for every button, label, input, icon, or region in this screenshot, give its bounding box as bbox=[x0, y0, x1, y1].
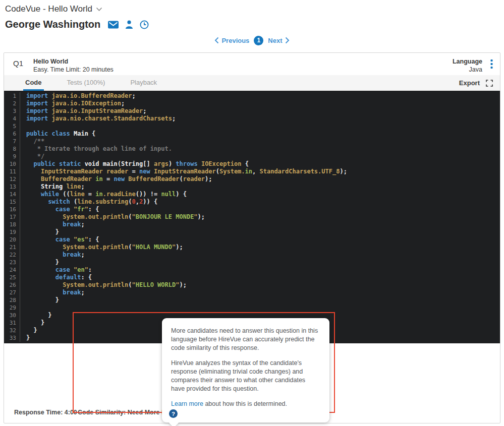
previous-button[interactable]: Previous bbox=[214, 37, 249, 44]
question-panel: Q1 Hello World Easy. Time Limit: 20 minu… bbox=[4, 52, 500, 423]
code-line: 25 default: { bbox=[4, 274, 500, 281]
chevron-down-icon[interactable] bbox=[96, 5, 102, 14]
code-line: 18 break; bbox=[4, 221, 500, 228]
question-number: Q1 bbox=[13, 58, 23, 68]
code-line: 6public class Main { bbox=[4, 130, 500, 138]
tab-tests[interactable]: Tests (100%) bbox=[65, 75, 107, 91]
tooltip-paragraph: Learn more about how this is determined. bbox=[171, 400, 320, 408]
person-icon[interactable] bbox=[125, 20, 133, 29]
code-line: 19 } bbox=[4, 228, 500, 236]
code-line: 12 BufferedReader in = new BufferedReade… bbox=[4, 175, 500, 183]
code-line: 11 InputStreamReader reader = new InputS… bbox=[4, 168, 500, 175]
code-line: 28 } bbox=[4, 296, 500, 304]
next-button[interactable]: Next bbox=[268, 37, 289, 44]
code-similarity-status: Code Similarity: Need More Data bbox=[78, 409, 175, 416]
code-line: 4import java.nio.charset.StandardCharset… bbox=[4, 115, 500, 123]
code-line: 21 System.out.println("HOLA MUNDO"); bbox=[4, 244, 500, 251]
code-line: 5 bbox=[4, 123, 500, 130]
chevron-left-icon bbox=[214, 37, 219, 44]
language-value: Java bbox=[453, 66, 482, 73]
code-line: 15 switch (line.substring(0,2)) { bbox=[4, 198, 500, 206]
code-editor[interactable]: 1import java.io.BufferedReader;2import j… bbox=[4, 91, 500, 343]
fullscreen-icon[interactable] bbox=[486, 80, 493, 87]
question-title: Hello World bbox=[33, 58, 114, 65]
code-line: 29 bbox=[4, 304, 500, 312]
code-line: 14 while ((line = in.readLine()) != null… bbox=[4, 191, 500, 198]
tooltip-tail bbox=[169, 417, 179, 426]
tooltip-paragraph: More candidates need to answer this ques… bbox=[171, 327, 320, 352]
code-line: 26 System.out.println("HELLO WORLD"); bbox=[4, 281, 500, 289]
kebab-menu-icon[interactable] bbox=[490, 58, 493, 72]
code-line: 24 case "en": bbox=[4, 266, 500, 274]
tab-playback[interactable]: Playback bbox=[128, 75, 159, 91]
chevron-right-icon bbox=[285, 37, 290, 44]
tooltip-paragraph: HireVue analyzes the syntax of the candi… bbox=[171, 359, 320, 393]
question-header: Q1 Hello World Easy. Time Limit: 20 minu… bbox=[4, 53, 500, 75]
tab-code[interactable]: Code bbox=[23, 75, 44, 91]
current-page-badge[interactable]: 1 bbox=[254, 36, 263, 45]
candidate-name: George Washington bbox=[5, 19, 100, 30]
clock-icon[interactable] bbox=[140, 20, 149, 29]
code-line: 8 * Iterate through each line of input. bbox=[4, 145, 500, 153]
code-line: 1import java.io.BufferedReader; bbox=[4, 92, 500, 100]
code-line: 7 /** bbox=[4, 138, 500, 145]
help-icon[interactable]: ? bbox=[169, 409, 178, 418]
code-line: 13 String line; bbox=[4, 183, 500, 191]
question-pagination: Previous 1 Next bbox=[0, 35, 504, 46]
export-button[interactable]: Export bbox=[459, 79, 480, 87]
code-similarity-tooltip: More candidates need to answer this ques… bbox=[162, 318, 329, 422]
language-label: Language bbox=[453, 58, 482, 65]
code-line: 22 break; bbox=[4, 251, 500, 259]
code-line: 3import java.io.InputStreamReader; bbox=[4, 107, 500, 115]
code-line: 2import java.io.IOException; bbox=[4, 100, 500, 107]
window-title: CodeVue - Hello World bbox=[5, 4, 92, 14]
code-line: 10 public static void main(String[] args… bbox=[4, 160, 500, 168]
code-line: 27 break; bbox=[4, 289, 500, 296]
code-line: 20 case "es": { bbox=[4, 236, 500, 244]
mail-icon[interactable] bbox=[108, 21, 119, 29]
learn-more-link[interactable]: Learn more bbox=[171, 400, 203, 407]
page-header: CodeVue - Hello World George Washington bbox=[0, 0, 504, 30]
tab-bar: Code Tests (100%) Playback Export bbox=[4, 75, 500, 91]
code-line: 23 } bbox=[4, 259, 500, 266]
code-lines: 1import java.io.BufferedReader;2import j… bbox=[4, 92, 500, 342]
code-line: 9 */ bbox=[4, 153, 500, 160]
code-line: 16 case "fr": { bbox=[4, 206, 500, 213]
code-line: 17 System.out.println("BONJOUR LE MONDE"… bbox=[4, 213, 500, 221]
response-time: Response Time: 4:00 bbox=[14, 409, 77, 416]
question-meta: Easy. Time Limit: 20 minutes bbox=[33, 66, 114, 73]
